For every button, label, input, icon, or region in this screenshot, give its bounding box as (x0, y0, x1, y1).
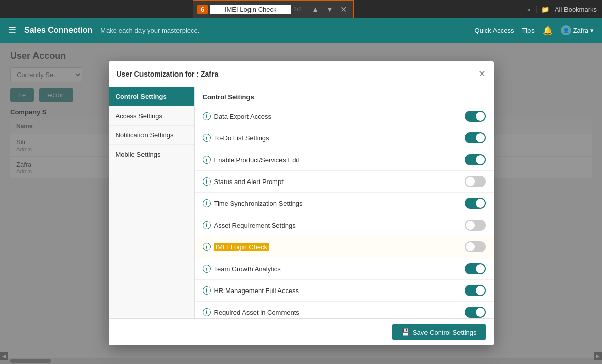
toggle-data-export[interactable] (465, 111, 486, 122)
setting-label-time-sync: Time Synchronization Settings (214, 200, 303, 207)
settings-list: i Data Export Access i To-Do List Settin… (195, 103, 494, 318)
save-control-settings-button[interactable]: 💾 Save Control Settings (392, 324, 486, 340)
info-icon[interactable]: i (203, 156, 211, 164)
search-next-button[interactable]: ▼ (324, 4, 336, 14)
info-icon[interactable]: i (203, 286, 211, 295)
setting-left: i Data Export Access (203, 112, 271, 120)
browser-divider: | (535, 5, 537, 14)
user-customization-modal: User Customization for : Zafra ✕ Control… (109, 61, 494, 345)
save-btn-label: Save Control Settings (413, 329, 477, 336)
tips-button[interactable]: Tips (522, 27, 535, 34)
toggle-asset-req[interactable] (465, 220, 486, 231)
toggle-status-alert[interactable] (465, 176, 486, 187)
setting-todo-list: i To-Do List Settings (195, 127, 494, 149)
browser-bar: 6 IMEI Login Check 2/2 ▲ ▼ ✕ » | 📁 All B… (0, 0, 602, 18)
info-icon[interactable]: i (203, 265, 211, 273)
toggle-hr-management[interactable] (465, 285, 486, 296)
modal-header: User Customization for : Zafra ✕ (109, 61, 494, 87)
all-bookmarks-link[interactable]: All Bookmarks (555, 6, 597, 13)
info-icon[interactable]: i (203, 134, 211, 142)
browser-expand-button[interactable]: » (527, 6, 531, 13)
toggle-required-asset[interactable] (465, 307, 486, 318)
save-icon: 💾 (401, 328, 410, 336)
info-icon[interactable]: i (203, 221, 211, 229)
info-icon[interactable]: i (203, 308, 211, 316)
setting-label-imei-login: IMEI Login Check (214, 243, 269, 251)
setting-label-required-asset: Required Asset in Comments (214, 309, 299, 316)
modal-sidebar: Control Settings Access Settings Notific… (109, 87, 195, 318)
search-badge: 6 (197, 5, 208, 14)
info-icon[interactable]: i (203, 243, 211, 251)
setting-label-hr-management: HR Management Full Access (214, 287, 299, 295)
modal-footer: 💾 Save Control Settings (109, 318, 494, 345)
username-label: Zafra (573, 27, 588, 34)
setting-time-sync: i Time Synchronization Settings (195, 193, 494, 214)
toggle-imei-login[interactable] (465, 241, 486, 252)
sidebar-item-control-settings[interactable]: Control Settings (109, 87, 194, 106)
search-prev-button[interactable]: ▲ (309, 4, 322, 14)
setting-team-growth: i Team Growth Analytics (195, 258, 494, 280)
modal-overlay: User Customization for : Zafra ✕ Control… (0, 43, 602, 364)
sidebar-item-access-settings[interactable]: Access Settings (109, 106, 194, 126)
setting-label-status-alert: Status and Alert Prompt (214, 178, 284, 186)
bookmarks-folder-icon: 📁 (541, 6, 549, 13)
search-bar[interactable]: 6 IMEI Login Check 2/2 ▲ ▼ ✕ (193, 0, 354, 18)
setting-imei-login: i IMEI Login Check (195, 236, 494, 258)
setting-hr-management: i HR Management Full Access (195, 280, 494, 302)
setting-label-data-export: Data Export Access (214, 113, 271, 120)
main-content: User Accoun Currently Se... Fe ection Co… (0, 43, 602, 364)
content-section-title: Control Settings (195, 87, 494, 103)
setting-required-asset: i Required Asset in Comments (195, 302, 494, 318)
chevron-down-icon: ▾ (590, 27, 594, 34)
sidebar-item-notification-settings[interactable]: Notification Settings (109, 126, 194, 145)
info-icon[interactable]: i (203, 112, 211, 120)
setting-status-alert: i Status and Alert Prompt (195, 171, 494, 193)
notification-bell-icon[interactable]: 🔔 (543, 26, 553, 35)
setting-product-edit: i Enable Product/Services Edit (195, 149, 494, 171)
quick-access-button[interactable]: Quick Access (475, 27, 514, 34)
setting-label-todo-list: To-Do List Settings (214, 134, 269, 142)
toggle-time-sync[interactable] (465, 198, 486, 209)
app-title: Sales Connection (24, 26, 92, 35)
search-term: IMEI Login Check (210, 5, 291, 14)
modal-close-button[interactable]: ✕ (478, 68, 486, 80)
modal-body: Control Settings Access Settings Notific… (109, 87, 494, 318)
menu-hamburger-button[interactable]: ☰ (8, 25, 16, 36)
setting-label-team-growth: Team Growth Analytics (214, 265, 281, 273)
search-match-count: 2/2 (293, 6, 307, 13)
setting-asset-req: i Asset Requirement Settings (195, 214, 494, 236)
setting-label-asset-req: Asset Requirement Settings (214, 222, 296, 229)
info-icon[interactable]: i (203, 177, 211, 186)
app-tagline: Make each day your masterpiece. (100, 27, 199, 34)
search-close-button[interactable]: ✕ (338, 4, 349, 15)
toggle-team-growth[interactable] (465, 263, 486, 274)
setting-label-product-edit: Enable Product/Services Edit (214, 156, 299, 164)
sidebar-item-mobile-settings[interactable]: Mobile Settings (109, 145, 194, 164)
avatar: 👤 (561, 25, 571, 35)
app-header: ☰ Sales Connection Make each day your ma… (0, 18, 602, 43)
info-icon[interactable]: i (203, 199, 211, 207)
user-menu-button[interactable]: 👤 Zafra ▾ (561, 25, 594, 35)
modal-title: User Customization for : Zafra (117, 70, 219, 78)
setting-data-export: i Data Export Access (195, 105, 494, 127)
toggle-product-edit[interactable] (465, 154, 486, 165)
modal-content-area: Control Settings i Data Export Access (195, 87, 494, 318)
toggle-todo-list[interactable] (465, 132, 486, 143)
